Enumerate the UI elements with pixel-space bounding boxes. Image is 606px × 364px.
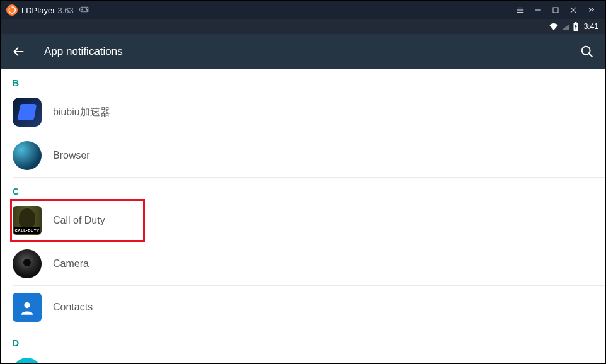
titlebar: LDPlayer 3.63 — [1, 1, 605, 19]
biubiu-icon — [13, 98, 42, 127]
app-list[interactable]: B biubiu加速器 Browser C CALL•DUTY Call of … — [1, 69, 605, 363]
battery-icon — [573, 22, 579, 31]
section-header-d: D — [1, 329, 605, 351]
camera-icon — [13, 249, 42, 278]
app-label: Contacts — [53, 302, 93, 313]
svg-rect-13 — [575, 22, 576, 23]
svg-point-15 — [582, 47, 590, 55]
page-title: App notifications — [44, 45, 123, 58]
maximize-button[interactable] — [547, 1, 564, 19]
android-statusbar: 3:41 — [1, 19, 605, 34]
emulator-window: LDPlayer 3.63 3:41 — [0, 0, 606, 364]
call-of-duty-icon: CALL•DUTY — [13, 206, 42, 235]
svg-point-4 — [87, 9, 88, 11]
browser-icon — [13, 141, 42, 170]
section-header-c: C — [1, 178, 605, 199]
app-label: Browser — [53, 150, 90, 161]
wifi-icon — [549, 23, 559, 30]
signal-icon — [561, 23, 570, 30]
app-row-call-of-duty[interactable]: CALL•DUTY Call of Duty — [1, 199, 605, 242]
svg-line-16 — [589, 54, 593, 57]
statusbar-time: 3:41 — [584, 22, 598, 31]
svg-point-3 — [86, 8, 87, 9]
gamepad-icon — [79, 6, 90, 15]
svg-rect-9 — [553, 8, 558, 13]
downloads-icon — [13, 358, 42, 363]
contacts-icon — [13, 293, 42, 322]
search-button[interactable] — [580, 44, 595, 59]
app-row-contacts[interactable]: Contacts — [1, 286, 605, 329]
app-row-biubiu[interactable]: biubiu加速器 — [1, 91, 605, 134]
back-button[interactable] — [11, 44, 26, 59]
svg-point-17 — [24, 302, 30, 308]
ldplayer-logo-icon — [6, 4, 18, 16]
expand-button[interactable] — [582, 1, 600, 19]
app-label: biubiu加速器 — [53, 106, 110, 119]
app-label: Camera — [53, 258, 89, 270]
app-row-browser[interactable]: Browser — [1, 134, 605, 177]
menu-button[interactable] — [512, 1, 529, 19]
actionbar: App notifications — [1, 34, 605, 69]
close-button[interactable] — [564, 1, 582, 19]
minimize-button[interactable] — [529, 1, 547, 19]
emulator-version: 3.63 — [57, 6, 73, 15]
emulator-name: LDPlayer — [21, 6, 55, 15]
app-label: Call of Duty — [53, 215, 105, 226]
section-header-b: B — [1, 69, 605, 91]
app-row-downloads[interactable]: Downloads — [1, 351, 605, 363]
app-row-camera[interactable]: Camera — [1, 242, 605, 285]
